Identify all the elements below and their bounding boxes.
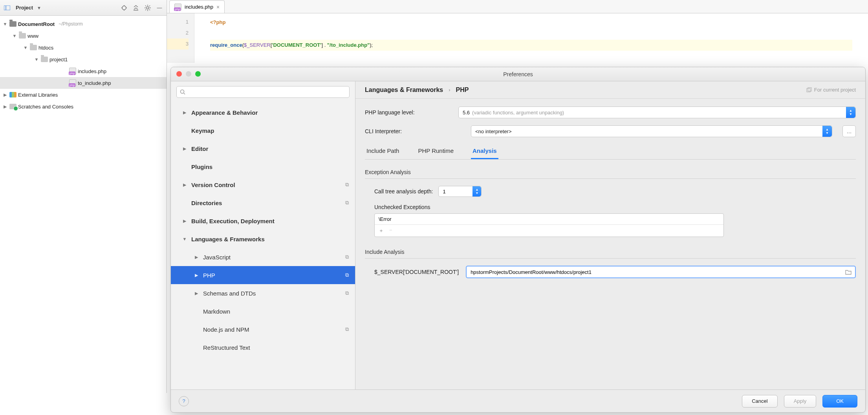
- more-button[interactable]: …: [842, 125, 856, 137]
- scope-note: For current project: [806, 87, 856, 93]
- remove-icon[interactable]: −: [389, 227, 392, 234]
- apply-button[interactable]: Apply: [784, 395, 817, 408]
- unchecked-exceptions-list[interactable]: \Error ＋ −: [374, 213, 724, 237]
- row-document-root: $_SERVER['DOCUMENT_ROOT'] hpstormProject…: [365, 266, 856, 278]
- tree-scratches[interactable]: ▶Scratches and Consoles: [0, 101, 167, 112]
- nav-item-keymap[interactable]: ▶Keymap: [171, 121, 355, 140]
- cli-interpreter-select[interactable]: <no interpreter> ▲▼: [471, 125, 832, 137]
- tree-folder-project1[interactable]: ▼project1: [0, 53, 167, 65]
- input-value: hpstormProjects/DocumentRoot/www/htdocs/…: [471, 269, 591, 275]
- tab-php-runtime[interactable]: PHP Runtime: [416, 144, 455, 159]
- nav-label: Node.js and NPM: [203, 326, 249, 333]
- minimize-icon[interactable]: —: [155, 3, 164, 13]
- tree-file-includes[interactable]: ▼includes.php: [0, 65, 167, 77]
- tree-path: ~/Phpstorm: [59, 21, 83, 27]
- nav-item-build[interactable]: ▶Build, Execution, Deployment: [171, 212, 355, 230]
- stepper-icon[interactable]: ▲▼: [472, 186, 481, 196]
- tree-file-to-include[interactable]: ▼to_include.php: [0, 77, 167, 89]
- nav-item-node[interactable]: ▶Node.js and NPM⧉: [171, 320, 355, 338]
- chevron-right-icon: ›: [449, 87, 450, 93]
- close-icon[interactable]: ×: [216, 4, 220, 10]
- editor-code[interactable]: <?php require_once($_SERVER['DOCUMENT_RO…: [194, 13, 868, 63]
- php-file-icon: [69, 79, 76, 86]
- gear-icon[interactable]: [143, 3, 152, 13]
- minimize-window-icon[interactable]: [186, 71, 191, 77]
- select-hint: (variadic functions, argument unpacking): [472, 110, 564, 116]
- scratch-icon: [9, 104, 16, 109]
- folder-browse-icon[interactable]: [844, 268, 853, 276]
- ok-button[interactable]: OK: [822, 395, 857, 408]
- tab-include-path[interactable]: Include Path: [365, 144, 401, 159]
- svg-line-16: [145, 9, 146, 10]
- tab-analysis[interactable]: Analysis: [471, 144, 498, 159]
- svg-point-2: [122, 6, 126, 10]
- nav-label: Editor: [191, 145, 208, 152]
- project-scope-icon: ⧉: [345, 254, 349, 260]
- php-subtabs: Include Path PHP Runtime Analysis: [365, 144, 856, 160]
- docroot-var-label: $_SERVER['DOCUMENT_ROOT']: [374, 269, 459, 275]
- project-panel-title[interactable]: Project: [16, 5, 33, 11]
- nav-search-wrap: [171, 81, 355, 102]
- crumb-part: PHP: [456, 86, 469, 94]
- add-icon[interactable]: ＋: [379, 227, 384, 234]
- svg-line-14: [149, 9, 150, 10]
- preferences-nav: ▶Appearance & Behavior ▶Keymap ▶Editor ▶…: [171, 81, 355, 389]
- nav-item-lang-fw[interactable]: ▼Languages & Frameworks: [171, 230, 355, 248]
- nav-item-directories[interactable]: ▶Directories⧉: [171, 194, 355, 212]
- nav-label: Keymap: [191, 127, 214, 134]
- close-window-icon[interactable]: [176, 71, 182, 77]
- nav-label: JavaScript: [203, 254, 231, 261]
- code-token: 'DOCUMENT_ROOT': [272, 42, 321, 48]
- document-root-input[interactable]: hpstormProjects/DocumentRoot/www/htdocs/…: [466, 266, 856, 278]
- nav-label: PHP: [203, 272, 215, 279]
- field-label: Call tree analysis depth:: [374, 188, 433, 195]
- nav-item-php[interactable]: ▶PHP⧉: [171, 266, 355, 284]
- row-cli-interpreter: CLI Interpreter: <no interpreter> ▲▼ …: [365, 125, 856, 137]
- search-input[interactable]: [176, 86, 350, 98]
- tab-label: includes.php: [185, 4, 213, 10]
- stepper-icon[interactable]: ▲▼: [846, 107, 855, 118]
- php-language-level-select[interactable]: 5.6 (variadic functions, argument unpack…: [458, 107, 856, 118]
- nav-item-schemas[interactable]: ▶Schemas and DTDs⧉: [171, 284, 355, 302]
- nav-item-appearance[interactable]: ▶Appearance & Behavior: [171, 103, 355, 121]
- nav-item-plugins[interactable]: ▶Plugins: [171, 158, 355, 176]
- nav-item-markdown[interactable]: ▶Markdown: [171, 302, 355, 320]
- nav-label: ReStructured Text: [203, 344, 250, 351]
- nav-item-js[interactable]: ▶JavaScript⧉: [171, 248, 355, 266]
- nav-list: ▶Appearance & Behavior ▶Keymap ▶Editor ▶…: [171, 102, 355, 389]
- locate-icon[interactable]: [119, 3, 129, 13]
- project-scope-icon: ⧉: [345, 182, 349, 188]
- collapse-all-icon[interactable]: [131, 3, 141, 13]
- tree-external-libraries[interactable]: ▶External Libraries: [0, 89, 167, 101]
- dialog-title: Preferences: [503, 71, 533, 77]
- help-button[interactable]: ?: [179, 396, 189, 406]
- breadcrumb: Languages & Frameworks › PHP For current…: [355, 81, 865, 99]
- field-label: Unchecked Exceptions: [374, 204, 430, 210]
- nav-item-vcs[interactable]: ▶Version Control⧉: [171, 176, 355, 194]
- line-number: 1: [167, 17, 189, 28]
- tree-folder-htdocs[interactable]: ▼htdocs: [0, 42, 167, 53]
- folder-icon: [19, 33, 26, 39]
- code-token: .: [323, 42, 327, 48]
- preferences-content: Languages & Frameworks › PHP For current…: [355, 81, 865, 389]
- zoom-window-icon[interactable]: [195, 71, 201, 77]
- stepper-icon[interactable]: ▲▼: [822, 126, 832, 137]
- row-php-language-level: PHP language level: 5.6 (variadic functi…: [365, 107, 856, 118]
- section-include-analysis: Include Analysis: [365, 249, 856, 259]
- project-tree: ▼DocumentRoot~/Phpstorm ▼www ▼htdocs ▼pr…: [0, 16, 167, 115]
- nav-item-rst[interactable]: ▶ReStructured Text: [171, 338, 355, 356]
- tree-label: Scratches and Consoles: [18, 104, 73, 110]
- nav-label: Languages & Frameworks: [191, 236, 265, 242]
- call-tree-depth-select[interactable]: 1 ▲▼: [438, 186, 482, 197]
- tree-label: www: [27, 33, 38, 39]
- tree-root[interactable]: ▼DocumentRoot~/Phpstorm: [0, 18, 167, 30]
- chevron-down-icon[interactable]: ▼: [37, 6, 41, 10]
- tree-folder-www[interactable]: ▼www: [0, 30, 167, 42]
- project-view-icon[interactable]: [2, 3, 12, 13]
- list-item[interactable]: \Error: [375, 214, 723, 224]
- php-file-icon: [69, 68, 76, 75]
- editor-tab[interactable]: includes.php ×: [169, 0, 225, 13]
- nav-item-editor[interactable]: ▶Editor: [171, 140, 355, 158]
- cancel-button[interactable]: Cancel: [742, 395, 777, 408]
- line-number: 3: [167, 39, 189, 50]
